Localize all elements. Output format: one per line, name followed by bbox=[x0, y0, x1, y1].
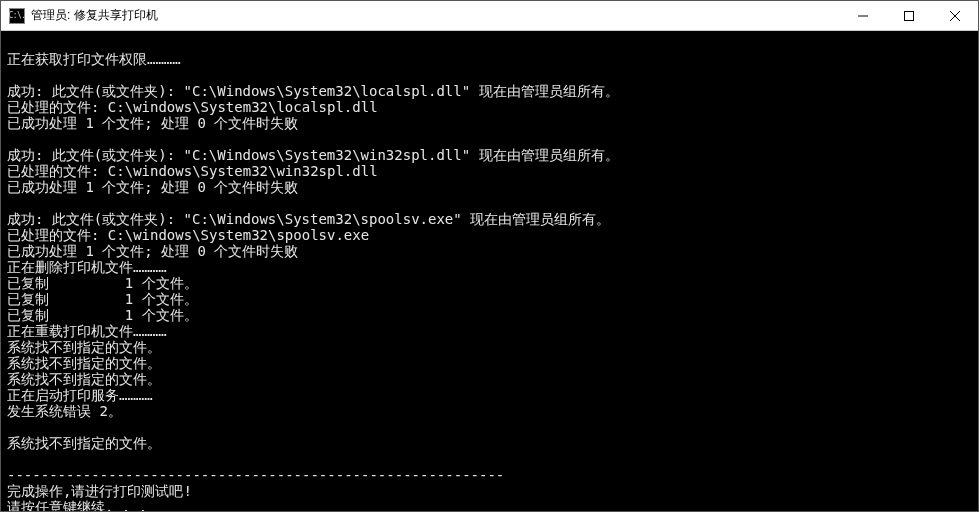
terminal-line bbox=[7, 451, 972, 467]
terminal-line bbox=[7, 35, 972, 51]
terminal-output: 正在获取打印文件权限………… 成功: 此文件(或文件夹): "C:\Window… bbox=[1, 31, 978, 512]
terminal-line bbox=[7, 195, 972, 211]
terminal-line bbox=[7, 67, 972, 83]
terminal-line: 系统找不到指定的文件。 bbox=[7, 355, 972, 371]
terminal-line bbox=[7, 419, 972, 435]
terminal-line: 正在启动打印服务………… bbox=[7, 387, 972, 403]
terminal-line: 系统找不到指定的文件。 bbox=[7, 339, 972, 355]
window-title: 管理员: 修复共享打印机 bbox=[31, 7, 158, 24]
minimize-button[interactable] bbox=[840, 1, 886, 30]
terminal-line: 发生系统错误 2。 bbox=[7, 403, 972, 419]
terminal-line: ----------------------------------------… bbox=[7, 467, 972, 483]
terminal-line bbox=[7, 131, 972, 147]
terminal-line: 已成功处理 1 个文件; 处理 0 个文件时失败 bbox=[7, 115, 972, 131]
close-button[interactable] bbox=[932, 1, 978, 30]
window-controls bbox=[840, 1, 978, 30]
terminal-line: 已处理的文件: C:\windows\System32\localspl.dll bbox=[7, 99, 972, 115]
terminal-line: 成功: 此文件(或文件夹): "C:\Windows\System32\loca… bbox=[7, 83, 972, 99]
terminal-line: 已复制 1 个文件。 bbox=[7, 291, 972, 307]
terminal-line: 已成功处理 1 个文件; 处理 0 个文件时失败 bbox=[7, 179, 972, 195]
close-icon bbox=[950, 11, 960, 21]
minimize-icon bbox=[858, 11, 868, 21]
terminal-line: 完成操作,请进行打印测试吧! bbox=[7, 483, 972, 499]
terminal-line: 已处理的文件: C:\windows\System32\spoolsv.exe bbox=[7, 227, 972, 243]
terminal-line: 请按任意键继续. . . bbox=[7, 499, 972, 512]
terminal-line: 正在获取打印文件权限………… bbox=[7, 51, 972, 67]
cmd-icon-text: C:\. bbox=[8, 11, 25, 20]
terminal-line: 成功: 此文件(或文件夹): "C:\Windows\System32\win3… bbox=[7, 147, 972, 163]
terminal-line: 系统找不到指定的文件。 bbox=[7, 435, 972, 451]
maximize-button[interactable] bbox=[886, 1, 932, 30]
terminal-line: 已复制 1 个文件。 bbox=[7, 307, 972, 323]
terminal-line: 正在删除打印机文件………… bbox=[7, 259, 972, 275]
window-titlebar: C:\. 管理员: 修复共享打印机 bbox=[1, 1, 978, 31]
terminal-line: 已复制 1 个文件。 bbox=[7, 275, 972, 291]
maximize-icon bbox=[904, 11, 914, 21]
terminal-line: 成功: 此文件(或文件夹): "C:\Windows\System32\spoo… bbox=[7, 211, 972, 227]
terminal-line: 正在重载打印机文件………… bbox=[7, 323, 972, 339]
terminal-line: 已成功处理 1 个文件; 处理 0 个文件时失败 bbox=[7, 243, 972, 259]
terminal-line: 系统找不到指定的文件。 bbox=[7, 371, 972, 387]
svg-rect-0 bbox=[905, 11, 914, 20]
terminal-line: 已处理的文件: C:\windows\System32\win32spl.dll bbox=[7, 163, 972, 179]
cmd-icon: C:\. bbox=[9, 8, 25, 24]
